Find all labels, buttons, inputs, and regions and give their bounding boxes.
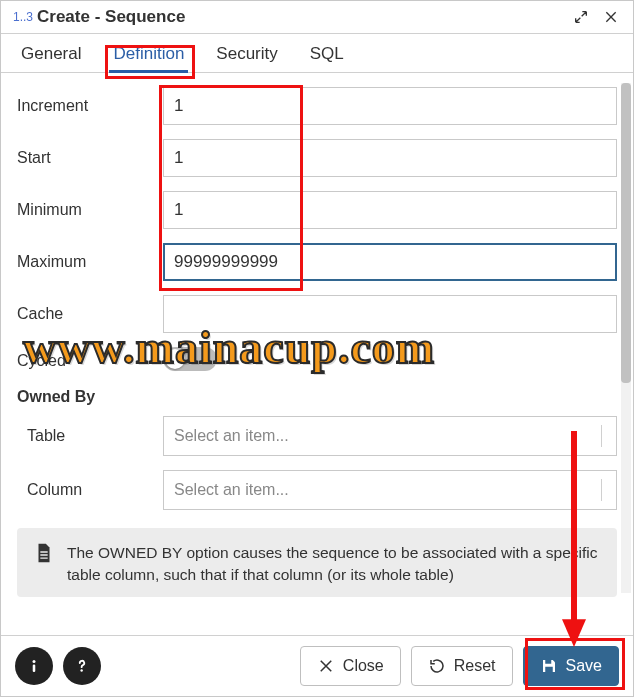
save-button-label: Save (566, 657, 602, 675)
dialog-title: Create - Sequence (37, 7, 561, 27)
increment-label: Increment (17, 97, 163, 115)
dialog-header: 1..3 Create - Sequence (1, 1, 633, 34)
close-icon[interactable] (601, 7, 621, 27)
tab-definition[interactable]: Definition (109, 34, 188, 72)
table-label: Table (17, 427, 163, 445)
minimum-label: Minimum (17, 201, 163, 219)
reset-button[interactable]: Reset (411, 646, 513, 686)
svg-point-0 (33, 660, 36, 663)
document-icon (33, 542, 55, 587)
save-button[interactable]: Save (523, 646, 619, 686)
tab-bar: General Definition Security SQL (1, 34, 633, 73)
maximum-input[interactable] (163, 243, 617, 281)
start-input[interactable] (163, 139, 617, 177)
column-select[interactable]: Select an item... (163, 470, 617, 510)
cache-input[interactable] (163, 295, 617, 333)
owned-by-heading: Owned By (17, 388, 617, 406)
info-text: The OWNED BY option causes the sequence … (67, 542, 601, 587)
minimum-input[interactable] (163, 191, 617, 229)
table-select[interactable]: Select an item... (163, 416, 617, 456)
info-panel: The OWNED BY option causes the sequence … (17, 528, 617, 597)
table-select-placeholder: Select an item... (174, 427, 289, 445)
dialog-footer: Close Reset Save (1, 635, 633, 696)
maximum-label: Maximum (17, 253, 163, 271)
reset-button-label: Reset (454, 657, 496, 675)
svg-rect-3 (545, 660, 551, 664)
tab-general[interactable]: General (17, 34, 85, 72)
increment-input[interactable] (163, 87, 617, 125)
svg-rect-4 (545, 667, 553, 672)
close-button[interactable]: Close (300, 646, 401, 686)
create-sequence-dialog: 1..3 Create - Sequence General Definitio… (0, 0, 634, 697)
svg-rect-1 (33, 665, 36, 673)
tab-security[interactable]: Security (212, 34, 281, 72)
dialog-body: Increment Start Minimum Maximum Cache Cy… (1, 73, 633, 635)
vertical-scrollbar[interactable] (621, 83, 631, 593)
start-label: Start (17, 149, 163, 167)
select-divider (601, 425, 602, 447)
cycled-toggle[interactable] (163, 347, 217, 371)
svg-point-2 (80, 669, 82, 671)
column-select-placeholder: Select an item... (174, 481, 289, 499)
column-label: Column (17, 481, 163, 499)
help-button[interactable] (63, 647, 101, 685)
expand-icon[interactable] (571, 7, 591, 27)
cache-label: Cache (17, 305, 163, 323)
sequence-range: 1..3 (13, 10, 33, 24)
select-divider (601, 479, 602, 501)
close-button-label: Close (343, 657, 384, 675)
cycled-label: Cycled (17, 352, 163, 370)
tab-sql[interactable]: SQL (306, 34, 348, 72)
info-button[interactable] (15, 647, 53, 685)
